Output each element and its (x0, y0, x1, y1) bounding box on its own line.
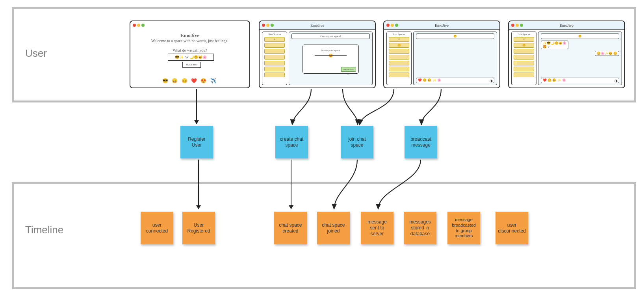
sidebar-item (264, 55, 285, 60)
action-create-space: create chat space (275, 126, 308, 158)
mockup-create-space: EmoJive Jive Spaces + Create your space!… (259, 20, 376, 88)
submit-button: that's me! (182, 62, 201, 68)
window-controls: EmoJive (384, 21, 499, 30)
action-broadcast: broadcast message (405, 126, 437, 158)
input-line (315, 55, 347, 56)
sidebar-title: Jive Spaces (262, 33, 287, 36)
sidebar-item (264, 49, 285, 54)
main-pane: Create your space! Name your space 😊 cre… (289, 32, 373, 85)
create-button: create and go (341, 67, 356, 72)
pane-header: 😊 (541, 34, 619, 39)
sidebar-item (264, 67, 285, 71)
event-user-registered: User Registered (182, 212, 215, 244)
event-user-connected: user connected (141, 212, 173, 244)
name-question: What do we call you? (130, 48, 249, 52)
sidebar: Jive Spaces + 😊 (511, 32, 536, 85)
message-input: ❤️ 😊 😄 ✨ 🌸 ◑ (416, 78, 494, 83)
window-controls: EmoJive (260, 21, 375, 30)
sidebar-item (514, 73, 534, 77)
add-space-button: + (264, 37, 285, 42)
event-user-disconnected: user disconnected (496, 212, 528, 244)
sidebar: Jive Spaces + 😊 (386, 32, 412, 85)
window-title: EmoJive (384, 23, 499, 28)
sidebar-item (264, 43, 285, 48)
input-emojis: ❤️ 😊 😄 ✨ 🌸 (418, 78, 441, 82)
sidebar-title: Jive Spaces (387, 33, 411, 36)
send-icon: ◑ (490, 78, 493, 83)
sidebar-item (389, 67, 409, 71)
send-icon: ◑ (614, 78, 618, 83)
chat-bubble-left: ✨😎🌙😊🐱🌸 🍔 ? (541, 41, 568, 49)
sidebar-item (389, 55, 409, 60)
sidebar-item (389, 61, 409, 65)
arrow (196, 89, 197, 124)
sidebar-item (514, 61, 534, 65)
pane-header: Create your space! (291, 34, 370, 39)
window-title: EmoJive (260, 23, 375, 28)
window-title: EmoJive (509, 23, 624, 28)
mockup-register: EmoJive Welcome to a space with no words… (130, 20, 250, 88)
user-lane-label: User (25, 47, 47, 60)
sidebar-item (389, 49, 409, 54)
maximize-icon (141, 24, 145, 27)
arrow (291, 160, 291, 209)
sidebar: Jive Spaces + (262, 32, 287, 85)
card-title: Name your space (303, 49, 358, 52)
sidebar-item (514, 67, 534, 71)
app-title: EmoJive (130, 32, 249, 39)
name-input: 😎✨ ok 🌙😊🐱🌸 (168, 54, 214, 61)
event-space-joined: chat space joined (317, 212, 350, 244)
event-msg-sent: message sent to server (361, 212, 393, 244)
footer-emojis: 😎 😄 😊 ❤️ 😍 ✈️ (130, 78, 249, 84)
add-space-button: + (514, 37, 534, 42)
main-pane: 😊 ✨😎🌙😊🐱🌸 🍔 ? 😄🌸✨🐱 😊 ❤️ 😊 😄 ✨ 🌸 ◑ (538, 32, 622, 85)
mockup-join-space: EmoJive Jive Spaces + 😊 😊 ❤️ 😊 😄 ✨ 🌸 ◑ (383, 20, 500, 88)
input-emojis: ❤️ 😊 😄 ✨ 🌸 (543, 78, 566, 82)
sidebar-item-selected: 😊 (514, 43, 534, 48)
card-emoji: 😊 (303, 54, 358, 58)
event-space-created: chat space created (274, 212, 307, 244)
close-icon (133, 24, 136, 27)
sidebar-item (264, 73, 285, 77)
welcome-text: Welcome to a space with no words, just f… (130, 39, 249, 43)
mockup-chat: EmoJive Jive Spaces + 😊 😊 ✨😎🌙😊🐱🌸 🍔 ? 😄🌸✨… (508, 20, 625, 88)
minimize-icon (137, 24, 140, 27)
message-input: ❤️ 😊 😄 ✨ 🌸 ◑ (541, 78, 619, 83)
sidebar-item (264, 61, 285, 65)
sidebar-title: Jive Spaces (512, 33, 536, 36)
action-join-space: join chat space (341, 126, 373, 158)
event-msg-broadcast: message broadcasted to group members (447, 212, 480, 244)
event-msg-stored: messages stored in database (404, 212, 436, 244)
window-controls (130, 21, 249, 29)
timeline-lane-label: Timeline (25, 224, 63, 236)
sidebar-item (514, 49, 534, 54)
sidebar-item (389, 73, 409, 77)
sidebar-item (514, 55, 534, 60)
arrow (198, 160, 199, 209)
add-space-button: + (389, 37, 409, 42)
chat-bubble-right: 😄🌸✨🐱 😊 (595, 51, 619, 56)
action-register-user: Register User (180, 126, 213, 158)
create-space-card: Name your space 😊 create and go (303, 45, 359, 74)
window-controls: EmoJive (509, 21, 624, 30)
pane-header: 😊 (416, 34, 494, 39)
sidebar-item-selected: 😊 (389, 43, 409, 48)
main-pane: 😊 ❤️ 😊 😄 ✨ 🌸 ◑ (413, 32, 497, 85)
